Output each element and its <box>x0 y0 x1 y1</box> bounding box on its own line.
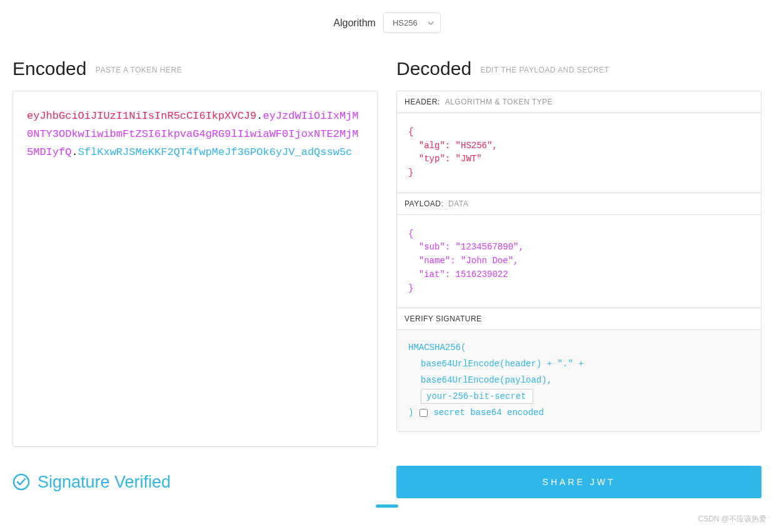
algorithm-label: Algorithm <box>333 18 376 29</box>
sig-close-paren: ) <box>408 405 413 421</box>
algorithm-select[interactable]: HS256 <box>383 13 441 33</box>
signature-body: HMACSHA256( base64UrlEncode(header) + ".… <box>397 330 761 431</box>
encoded-subtitle: PASTE A TOKEN HERE <box>96 66 182 74</box>
main-columns: Encoded PASTE A TOKEN HERE eyJhbGciOiJIU… <box>13 58 761 447</box>
sig-line-1: HMACSHA256( <box>408 340 750 356</box>
bottom-row: Signature Verified SHARE JWT <box>13 466 761 498</box>
decoded-title: Decoded EDIT THE PAYLOAD AND SECRET <box>396 58 761 79</box>
signature-label: VERIFY SIGNATURE <box>405 314 482 323</box>
share-jwt-button[interactable]: SHARE JWT <box>396 466 761 498</box>
encoded-title-text: Encoded <box>13 58 86 79</box>
watermark: CSDN @不应该热爱 <box>698 514 766 520</box>
payload-section-label: PAYLOAD: DATA <box>397 193 761 215</box>
encoded-token-box[interactable]: eyJhbGciOiJIUzI1NiIsInR5cCI6IkpXVCJ9.eyJ… <box>13 91 378 447</box>
decoded-title-text: Decoded <box>396 58 471 79</box>
header-section-label: HEADER: ALGORITHM & TOKEN TYPE <box>397 91 761 113</box>
sig-line-5: ) secret base64 encoded <box>408 405 544 421</box>
payload-label: PAYLOAD: <box>405 199 443 208</box>
check-circle-icon <box>13 473 30 491</box>
chevron-down-icon <box>428 21 434 25</box>
encoded-column: Encoded PASTE A TOKEN HERE eyJhbGciOiJIU… <box>13 58 378 447</box>
decoded-box: HEADER: ALGORITHM & TOKEN TYPE { "alg": … <box>396 91 761 432</box>
token-dot: . <box>256 110 263 122</box>
decoded-column: Decoded EDIT THE PAYLOAD AND SECRET HEAD… <box>396 58 761 432</box>
sig-line-2: base64UrlEncode(header) + "." + <box>408 356 750 373</box>
signature-section-label: VERIFY SIGNATURE <box>397 308 761 330</box>
verified-text: Signature Verified <box>38 473 171 492</box>
header-sublabel: ALGORITHM & TOKEN TYPE <box>445 98 553 106</box>
resize-handle[interactable] <box>376 504 398 508</box>
token-signature: SflKxwRJSMeKKF2QT4fwpMeJf36POk6yJV_adQss… <box>78 146 353 158</box>
decoded-subtitle: EDIT THE PAYLOAD AND SECRET <box>480 66 609 74</box>
token-dot: . <box>71 146 78 158</box>
header-label: HEADER: <box>405 98 440 106</box>
token-header: eyJhbGciOiJIUzI1NiIsInR5cCI6IkpXVCJ9 <box>27 110 256 122</box>
algorithm-selected: HS256 <box>393 18 418 28</box>
signature-verified: Signature Verified <box>13 466 378 498</box>
payload-json[interactable]: { "sub": "1234567890", "name": "John Doe… <box>397 215 761 308</box>
sig-line-3: base64UrlEncode(payload), <box>408 373 750 389</box>
algorithm-row: Algorithm HS256 <box>13 13 761 33</box>
secret-base64-label: secret base64 encoded <box>433 405 543 421</box>
encoded-title: Encoded PASTE A TOKEN HERE <box>13 58 378 79</box>
secret-base64-checkbox[interactable] <box>420 409 428 417</box>
header-json[interactable]: { "alg": "HS256", "typ": "JWT" } <box>397 113 761 193</box>
payload-sublabel: DATA <box>448 199 468 208</box>
secret-input[interactable] <box>421 389 533 404</box>
